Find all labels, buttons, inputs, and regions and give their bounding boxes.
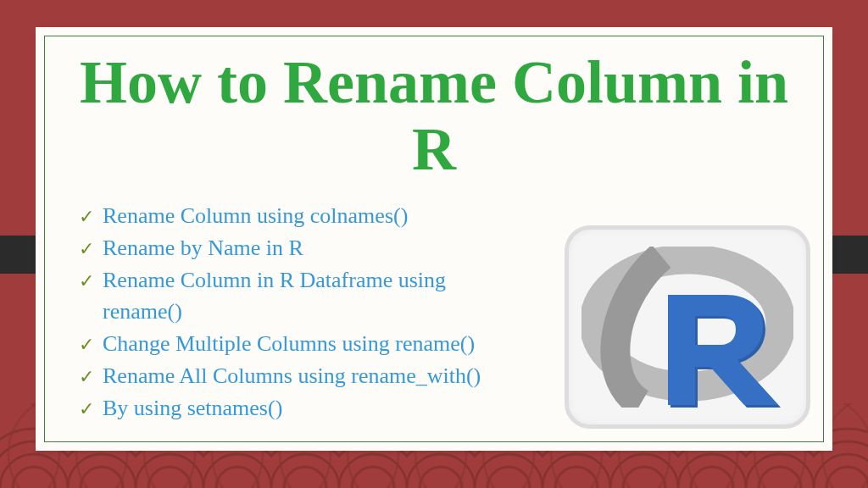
list-item: ✓ Rename Column in R Dataframe using ren… [79,264,503,328]
list-item: ✓ By using setnames() [79,392,503,424]
list-item-text: Rename All Columns using rename_with() [103,360,503,392]
checkmark-icon: ✓ [79,203,94,230]
bullet-list: ✓ Rename Column using colnames() ✓ Renam… [79,200,503,424]
list-item-text: Change Multiple Columns using rename() [103,328,503,360]
list-item-text: Rename Column in R Dataframe using renam… [103,264,503,328]
r-logo-icon [581,247,793,408]
list-item: ✓ Change Multiple Columns using rename() [79,328,503,360]
list-item-text: By using setnames() [103,392,503,424]
checkmark-icon: ✓ [79,236,94,263]
list-item: ✓ Rename Column using colnames() [79,200,503,232]
main-card: How to Rename Column in R ✓ Rename Colum… [36,27,832,451]
list-item: ✓ Rename All Columns using rename_with() [79,360,503,392]
inner-border: How to Rename Column in R ✓ Rename Colum… [44,36,824,442]
page-title: How to Rename Column in R [62,49,806,183]
list-item-text: Rename by Name in R [103,232,503,264]
checkmark-icon: ✓ [79,396,94,423]
checkmark-icon: ✓ [79,268,94,295]
checkmark-icon: ✓ [79,331,94,358]
list-item: ✓ Rename by Name in R [79,232,503,264]
checkmark-icon: ✓ [79,363,94,391]
list-item-text: Rename Column using colnames() [103,200,503,232]
r-logo-container [565,225,810,429]
